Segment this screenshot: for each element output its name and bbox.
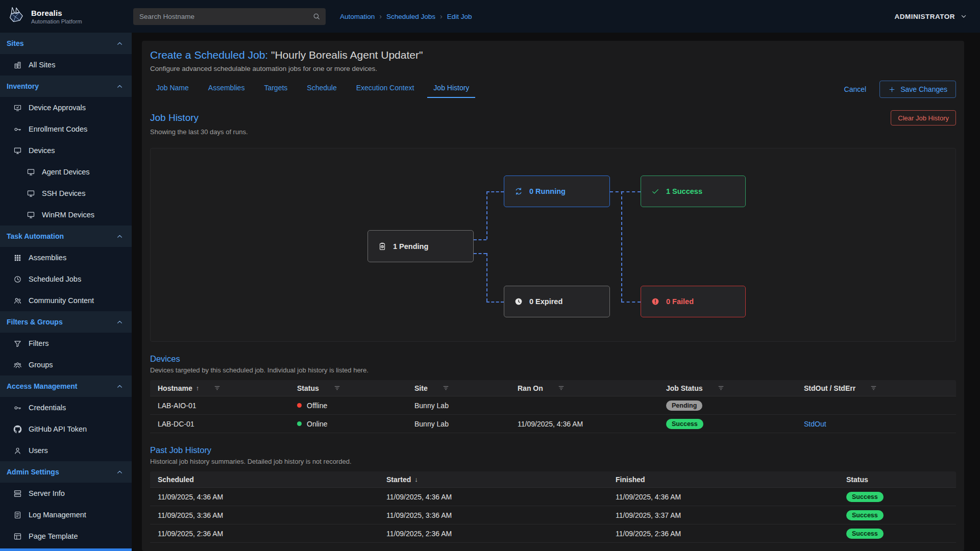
sidebar-section-task-automation[interactable]: Task Automation bbox=[0, 226, 132, 247]
pending-clipboard-icon bbox=[378, 242, 387, 251]
device-site: Bunny Lab bbox=[414, 402, 518, 410]
save-changes-button[interactable]: Save Changes bbox=[879, 81, 956, 98]
sidebar-item-log-management[interactable]: Log Management bbox=[0, 504, 132, 525]
filter-icon[interactable] bbox=[213, 384, 221, 392]
tab-job-history[interactable]: Job History bbox=[427, 81, 475, 98]
tabs-bar: Job Name Assemblies Targets Schedule Exe… bbox=[150, 81, 956, 98]
flow-connector bbox=[486, 253, 487, 302]
clear-job-history-button[interactable]: Clear Job History bbox=[891, 110, 956, 126]
sidebar: SitesAll SitesInventoryDevice ApprovalsE… bbox=[0, 33, 132, 551]
devices-header: Devices bbox=[150, 354, 956, 364]
devices-column-header[interactable]: Site bbox=[414, 384, 518, 392]
past-history-subtitle: Historical job history summaries. Detail… bbox=[150, 458, 956, 465]
sidebar-item-filters[interactable]: Filters bbox=[0, 333, 132, 354]
history-column-header[interactable]: Status bbox=[846, 475, 956, 484]
sidebar-item-github-api-token[interactable]: GitHub API Token bbox=[0, 418, 132, 440]
monitor-icon bbox=[27, 189, 35, 198]
sidebar-item-groups[interactable]: Groups bbox=[0, 354, 132, 375]
tab-schedule[interactable]: Schedule bbox=[301, 81, 342, 98]
sidebar-item-all-sites[interactable]: All Sites bbox=[0, 54, 132, 76]
sidebar-item-agent-devices[interactable]: Agent Devices bbox=[0, 161, 132, 183]
flow-failed-box[interactable]: 0 Failed bbox=[641, 286, 746, 317]
sidebar-scroll-indicator[interactable] bbox=[0, 548, 132, 551]
sort-arrow-icon[interactable]: ↓ bbox=[414, 475, 418, 483]
breadcrumb: Automation› Scheduled Jobs› Edit Job› bbox=[340, 12, 472, 20]
filter-icon[interactable] bbox=[333, 384, 341, 392]
devices-column-header[interactable]: Status bbox=[297, 384, 414, 392]
filter-icon[interactable] bbox=[870, 384, 877, 392]
history-scheduled: 11/09/2025, 2:36 AM bbox=[150, 530, 386, 538]
sidebar-item-credentials[interactable]: Credentials bbox=[0, 397, 132, 418]
devices-column-header[interactable]: StdOut / StdErr bbox=[804, 384, 956, 392]
breadcrumb-link[interactable]: Scheduled Jobs bbox=[386, 13, 435, 20]
topbar: Borealis Automation Platform Automation›… bbox=[0, 0, 980, 33]
history-row[interactable]: 11/09/2025, 2:36 AM 11/09/2025, 2:36 AM … bbox=[150, 524, 956, 543]
flow-expired-box[interactable]: 0 Expired bbox=[504, 286, 610, 317]
devices-column-header[interactable]: Job Status bbox=[666, 384, 804, 392]
filter-icon[interactable] bbox=[557, 384, 565, 392]
flow-connector bbox=[621, 191, 622, 302]
page-title: Create a Scheduled Job: "Hourly Borealis… bbox=[150, 49, 956, 61]
page-subtitle: Configure advanced schedulable automatio… bbox=[150, 65, 956, 72]
device-row[interactable]: LAB-DC-01 Online Bunny Lab 11/09/2025, 4… bbox=[150, 415, 956, 433]
tab-job-name[interactable]: Job Name bbox=[150, 81, 195, 98]
tab-assemblies[interactable]: Assemblies bbox=[202, 81, 251, 98]
tab-execution-context[interactable]: Execution Context bbox=[350, 81, 421, 98]
history-row[interactable]: 11/09/2025, 3:36 AM 11/09/2025, 3:36 AM … bbox=[150, 506, 956, 524]
save-changes-label: Save Changes bbox=[900, 85, 947, 93]
breadcrumb-link[interactable]: Edit Job bbox=[447, 13, 472, 20]
devices-column-header[interactable]: Hostname ↑ bbox=[150, 384, 297, 392]
flow-success-box[interactable]: 1 Success bbox=[641, 176, 746, 207]
sidebar-item-page-template[interactable]: Page Template bbox=[0, 525, 132, 547]
flow-connector bbox=[474, 253, 486, 254]
past-history-table-header: Scheduled Started ↓ Finished Stat bbox=[150, 471, 956, 488]
history-row[interactable]: 11/09/2025, 4:36 AM 11/09/2025, 4:36 AM … bbox=[150, 488, 956, 506]
user-menu[interactable]: ADMINISTRATOR bbox=[895, 12, 980, 20]
sidebar-item-device-approvals[interactable]: Device Approvals bbox=[0, 97, 132, 118]
history-finished: 11/09/2025, 2:36 AM bbox=[616, 530, 846, 538]
sidebar-section-access-management[interactable]: Access Management bbox=[0, 375, 132, 397]
flow-running-box[interactable]: 0 Running bbox=[504, 176, 610, 207]
stdout-link[interactable]: StdOut bbox=[804, 420, 826, 428]
filter-icon[interactable] bbox=[717, 384, 725, 392]
flow-connector bbox=[621, 302, 641, 303]
breadcrumb-link[interactable]: Automation bbox=[340, 13, 375, 20]
history-column-header[interactable]: Finished bbox=[616, 475, 846, 484]
job-history-title: Job History bbox=[150, 112, 199, 123]
search-box[interactable] bbox=[133, 8, 326, 25]
sidebar-item-winrm-devices[interactable]: WinRM Devices bbox=[0, 204, 132, 226]
devices-column-header[interactable]: Ran On bbox=[518, 384, 666, 392]
sidebar-item-ssh-devices[interactable]: SSH Devices bbox=[0, 183, 132, 204]
sidebar-section-sites[interactable]: Sites bbox=[0, 33, 132, 54]
past-history-title: Past Job History bbox=[150, 445, 211, 455]
sidebar-item-scheduled-jobs[interactable]: Scheduled Jobs bbox=[0, 268, 132, 290]
sidebar-section-inventory[interactable]: Inventory bbox=[0, 76, 132, 97]
search-icon[interactable] bbox=[312, 12, 321, 20]
error-icon bbox=[651, 297, 660, 306]
sidebar-section-filters-groups[interactable]: Filters & Groups bbox=[0, 311, 132, 333]
sidebar-item-community-content[interactable]: Community Content bbox=[0, 290, 132, 311]
filter-icon[interactable] bbox=[442, 384, 450, 392]
history-status-badge: Success bbox=[846, 492, 884, 502]
sidebar-item-assemblies[interactable]: Assemblies bbox=[0, 247, 132, 268]
sidebar-item-devices[interactable]: Devices bbox=[0, 140, 132, 161]
groups-icon bbox=[13, 361, 22, 369]
sidebar-item-users[interactable]: Users bbox=[0, 440, 132, 461]
flow-pending-box[interactable]: 1 Pending bbox=[368, 230, 474, 262]
cancel-button[interactable]: Cancel bbox=[844, 85, 867, 93]
sidebar-section-admin-settings[interactable]: Admin Settings bbox=[0, 461, 132, 483]
job-status-badge: Success bbox=[666, 419, 703, 429]
tab-targets[interactable]: Targets bbox=[258, 81, 293, 98]
sort-arrow-icon[interactable]: ↑ bbox=[196, 384, 200, 392]
history-column-header[interactable]: Started ↓ bbox=[386, 475, 616, 484]
devices-title: Devices bbox=[150, 354, 180, 364]
device-row[interactable]: LAB-AIO-01 Offline Bunny Lab Pending bbox=[150, 396, 956, 415]
sidebar-item-enrollment-codes[interactable]: Enrollment Codes bbox=[0, 118, 132, 140]
user-icon bbox=[13, 446, 22, 455]
sidebar-item-server-info[interactable]: Server Info bbox=[0, 483, 132, 504]
chevron-down-icon[interactable] bbox=[960, 12, 968, 20]
filter-icon bbox=[13, 339, 22, 348]
page-title-job-name: "Hourly Borealis Agent Updater" bbox=[271, 49, 423, 61]
history-column-header[interactable]: Scheduled bbox=[150, 475, 386, 484]
search-input[interactable] bbox=[133, 13, 326, 20]
